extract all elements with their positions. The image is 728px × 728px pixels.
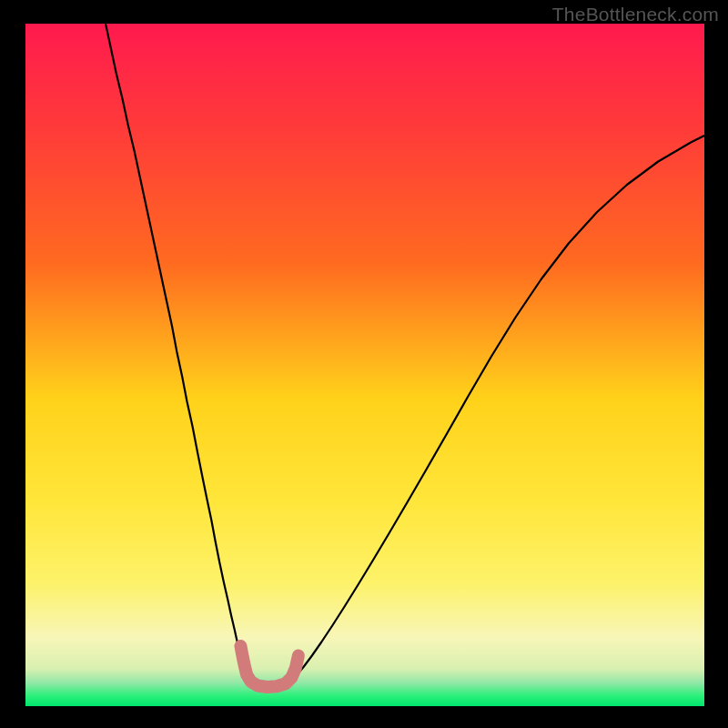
plot-area [25, 24, 704, 706]
chart-canvas [25, 24, 704, 706]
chart-frame: TheBottleneck.com [0, 0, 728, 728]
credit-label: TheBottleneck.com [552, 4, 719, 25]
